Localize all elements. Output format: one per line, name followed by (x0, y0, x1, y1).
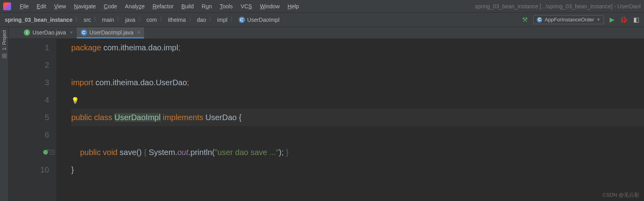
line-number[interactable]: 2 (9, 56, 49, 74)
navigation-bar: spring_03_bean_instance 〉 src 〉 main 〉 j… (0, 13, 644, 27)
chevron-right-icon: 〉 (116, 15, 123, 24)
crumb-class[interactable]: CUserDaoImpl (239, 17, 280, 23)
class-icon: C (537, 17, 542, 23)
chevron-right-icon: 〉 (93, 15, 100, 24)
line-number[interactable]: 10 (9, 161, 49, 178)
crumb-java[interactable]: java (125, 17, 135, 23)
crumb-com[interactable]: com (146, 17, 157, 23)
menu-refactor[interactable]: Refactor (148, 0, 177, 13)
chevron-down-icon: ▼ (597, 17, 600, 22)
chevron-right-icon: 〉 (188, 15, 195, 24)
menu-vcs[interactable]: VCS (237, 0, 256, 13)
tab-label: UserDaoImpl.java (89, 29, 133, 36)
chevron-right-icon: 〉 (209, 15, 215, 24)
line-number[interactable]: 6 (9, 126, 49, 144)
menu-run[interactable]: Run (198, 0, 216, 13)
run-config-label: AppForInstanceOrder (545, 17, 594, 23)
line-number[interactable]: 7+ (9, 144, 49, 161)
menu-bar: File Edit View Navigate Code Analyze Ref… (0, 0, 644, 13)
close-icon[interactable]: × (70, 30, 73, 35)
gutter[interactable]: 1 2 3 4 5 6 7+ 10 (9, 39, 56, 201)
coverage-icon[interactable]: ◧ (633, 16, 639, 23)
menu-tools[interactable]: Tools (216, 0, 237, 13)
tab-label: UserDao.java (32, 29, 66, 36)
menu-edit[interactable]: Edit (33, 0, 50, 13)
line-number[interactable]: 4 (9, 91, 49, 109)
run-icon[interactable]: ▶ (610, 16, 614, 23)
menu-file[interactable]: File (16, 0, 33, 13)
close-icon[interactable]: × (137, 30, 140, 35)
editor-tabs: I UserDao.java × C UserDaoImpl.java × (9, 27, 644, 39)
crumb-itheima[interactable]: itheima (168, 17, 186, 23)
line-number[interactable]: 1 (9, 39, 49, 56)
crumb-src[interactable]: src (84, 17, 91, 23)
side-toolbar: 1: Project (0, 27, 9, 201)
intention-bulb-icon[interactable]: 💡 (71, 92, 79, 109)
class-icon: C (239, 17, 245, 23)
watermark: CSDN @见云彩 (602, 191, 639, 199)
run-config-select[interactable]: C AppForInstanceOrder ▼ (533, 15, 604, 24)
menu-navigate[interactable]: Navigate (70, 0, 100, 13)
crumb-dao[interactable]: dao (197, 17, 206, 23)
fold-icon[interactable]: + (50, 150, 55, 155)
menu-window[interactable]: Window (256, 0, 284, 13)
debug-icon[interactable]: 🐞 (620, 16, 628, 23)
chevron-right-icon: 〉 (230, 15, 236, 24)
menu-code[interactable]: Code (100, 0, 121, 13)
menu-view[interactable]: View (50, 0, 70, 13)
line-number[interactable]: 3 (9, 74, 49, 91)
implements-gutter-icon[interactable] (43, 149, 48, 155)
crumb-main[interactable]: main (102, 17, 114, 23)
line-number[interactable]: 5 (9, 109, 49, 126)
code-editor[interactable]: 1 2 3 4 5 6 7+ 10 package com.itheima.da… (9, 39, 644, 201)
tab-userdaoimpl[interactable]: C UserDaoImpl.java × (77, 27, 144, 38)
window-title: spring_03_bean_instance [...\spring_03_b… (475, 3, 641, 10)
crumb-root[interactable]: spring_03_bean_instance (5, 17, 72, 23)
menu-help[interactable]: Help (284, 0, 303, 13)
code-area[interactable]: package com.itheima.dao.impl; import com… (56, 39, 644, 201)
menu-build[interactable]: Build (177, 0, 198, 13)
chevron-right-icon: 〉 (75, 15, 81, 24)
app-icon (3, 2, 11, 10)
tool-icon[interactable] (2, 54, 7, 58)
project-tool-button[interactable]: 1: Project (2, 30, 7, 50)
menu-analyze[interactable]: Analyze (121, 0, 149, 13)
tab-userdao[interactable]: I UserDao.java × (20, 27, 77, 38)
interface-icon: I (24, 29, 30, 36)
build-icon[interactable]: ⚒ (522, 16, 528, 23)
chevron-right-icon: 〉 (138, 15, 144, 24)
class-icon: C (81, 29, 87, 36)
chevron-right-icon: 〉 (159, 15, 165, 24)
crumb-impl[interactable]: impl (217, 17, 228, 23)
